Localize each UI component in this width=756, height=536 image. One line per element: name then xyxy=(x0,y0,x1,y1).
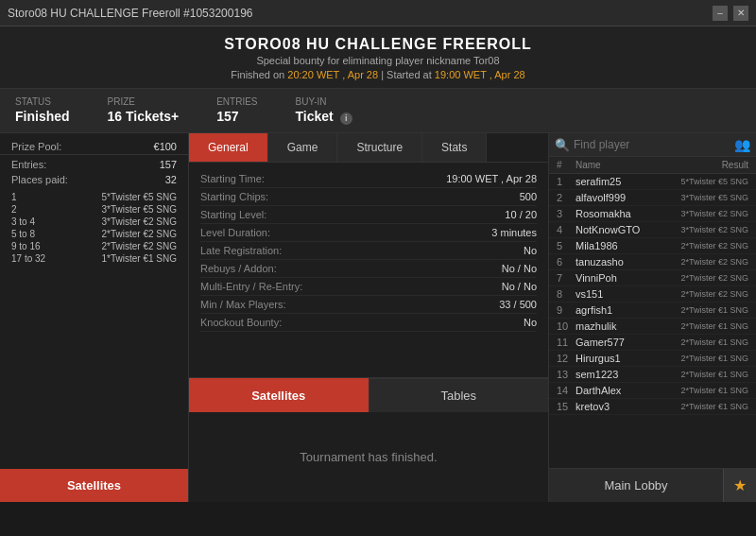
status-label: Status xyxy=(15,96,70,107)
prize-pool-label: Prize Pool: xyxy=(11,141,61,152)
entries-value: 157 xyxy=(216,109,257,124)
list-item[interactable]: 12Hirurgus12*Twister €1 SNG xyxy=(549,351,756,367)
satellites-button[interactable]: Satellites xyxy=(0,469,188,502)
list-item[interactable]: 8vs1512*Twister €2 SNG xyxy=(549,286,756,303)
tabs-row: GeneralGameStructureStats xyxy=(189,133,548,163)
tournament-subtitle: Special bounty for eliminating player ni… xyxy=(0,55,756,66)
started-time: 19:00 WET , Apr 28 xyxy=(435,69,525,80)
entries-label-left: Entries: xyxy=(11,159,46,170)
tab-stats[interactable]: Stats xyxy=(422,133,487,162)
list-item[interactable]: 9agrfish12*Twister €1 SNG xyxy=(549,303,756,319)
prize-value: 16 Tickets+ xyxy=(108,109,180,124)
table-row: Multi-Entry / Re-Entry:No / No xyxy=(200,278,537,296)
main-lobby-row: Main Lobby ★ xyxy=(549,468,756,502)
player-list: 1serafim255*Twister €5 SNG2alfavolf9993*… xyxy=(549,174,756,468)
buyin-label: Buy-in xyxy=(296,96,352,107)
left-panel: Prize Pool: €100 Entries: 157 Places pai… xyxy=(0,133,189,502)
prize-pool-value: €100 xyxy=(154,141,177,152)
minimize-button[interactable]: – xyxy=(713,6,728,21)
table-row: Min / Max Players:33 / 500 xyxy=(200,296,537,314)
started-label: Started at xyxy=(387,69,432,80)
list-item: 15*Twister €5 SNG xyxy=(11,191,177,203)
list-item: 9 to 162*Twister €2 SNG xyxy=(11,240,177,252)
list-item[interactable]: 10mazhulik2*Twister €1 SNG xyxy=(549,319,756,335)
buyin-item: Buy-in Ticket i xyxy=(296,96,352,125)
table-row: Knockout Bounty:No xyxy=(200,314,537,332)
main-lobby-button[interactable]: Main Lobby xyxy=(549,469,723,502)
window-controls: – ✕ xyxy=(713,6,748,21)
list-item: 17 to 321*Twister €1 SNG xyxy=(11,252,177,265)
places-list: 15*Twister €5 SNG23*Twister €5 SNG3 to 4… xyxy=(0,187,188,268)
prize-pool-row: Prize Pool: €100 xyxy=(0,139,188,155)
search-bar: 🔍 👥 xyxy=(549,133,756,157)
places-paid-label: Places paid: xyxy=(11,174,68,185)
player-list-header: # Name Result xyxy=(549,157,756,174)
col-result-header: Result xyxy=(722,160,748,170)
list-item[interactable]: 11Gamer5772*Twister €1 SNG xyxy=(549,335,756,351)
tables-button[interactable]: Tables xyxy=(369,378,549,412)
entries-item: Entries 157 xyxy=(216,96,257,125)
list-item[interactable]: 3Rosomakha3*Twister €2 SNG xyxy=(549,206,756,222)
tab-game[interactable]: Game xyxy=(268,133,338,162)
info-icon[interactable]: i xyxy=(340,112,352,125)
finished-label: Finished on xyxy=(231,69,284,80)
list-item[interactable]: 14DarthAlex2*Twister €1 SNG xyxy=(549,383,756,399)
list-item[interactable]: 2alfavolf9993*Twister €5 SNG xyxy=(549,190,756,206)
window-title: Storo08 HU CHALLENGE Freeroll #105320019… xyxy=(8,7,252,20)
entries-row: Entries: 157 xyxy=(0,157,188,172)
list-item: 5 to 82*Twister €2 SNG xyxy=(11,228,177,240)
tab-content: Starting Time:19:00 WET , Apr 28Starting… xyxy=(189,163,548,377)
table-row: Late Registration:No xyxy=(200,242,537,260)
list-item[interactable]: 4NotKnowGTO3*Twister €2 SNG xyxy=(549,222,756,238)
buyin-value: Ticket i xyxy=(296,109,352,125)
right-panel: 🔍 👥 # Name Result 1serafim255*Twister €5… xyxy=(548,133,756,502)
places-paid-value: 32 xyxy=(165,174,177,185)
bottom-buttons: Satellites Tables xyxy=(189,377,548,412)
list-item[interactable]: 13sem12232*Twister €1 SNG xyxy=(549,367,756,383)
info-bar: Status Finished Prize 16 Tickets+ Entrie… xyxy=(0,89,756,133)
table-row: Level Duration:3 minutes xyxy=(200,224,537,242)
status-item: Status Finished xyxy=(15,96,70,125)
table-row: Starting Time:19:00 WET , Apr 28 xyxy=(200,170,537,188)
tab-general[interactable]: General xyxy=(189,133,268,162)
tournament-title: STORO08 HU CHALLENGE FREEROLL xyxy=(0,36,756,53)
places-paid-row: Places paid: 32 xyxy=(0,172,188,187)
star-button[interactable]: ★ xyxy=(723,469,756,502)
add-player-icon[interactable]: 👥 xyxy=(734,137,750,152)
status-value: Finished xyxy=(15,109,70,124)
main-content: Prize Pool: €100 Entries: 157 Places pai… xyxy=(0,133,756,502)
list-item: 3 to 43*Twister €2 SNG xyxy=(11,216,177,228)
tournament-times: Finished on 20:20 WET , Apr 28 | Started… xyxy=(0,69,756,80)
list-item: 23*Twister €5 SNG xyxy=(11,203,177,216)
list-item[interactable]: 15kretov32*Twister €1 SNG xyxy=(549,399,756,415)
table-row: Starting Level:10 / 20 xyxy=(200,206,537,224)
list-item[interactable]: 7VinniPoh2*Twister €2 SNG xyxy=(549,270,756,286)
col-num-header: # xyxy=(557,160,576,170)
list-item[interactable]: 5Mila19862*Twister €2 SNG xyxy=(549,238,756,254)
list-item[interactable]: 1serafim255*Twister €5 SNG xyxy=(549,174,756,190)
entries-value-left: 157 xyxy=(160,159,177,170)
finished-message: Tournament has finished. xyxy=(189,412,548,502)
tournament-header: STORO08 HU CHALLENGE FREEROLL Special bo… xyxy=(0,26,756,89)
prize-label: Prize xyxy=(108,96,180,107)
prize-item: Prize 16 Tickets+ xyxy=(108,96,180,125)
search-icon: 🔍 xyxy=(555,138,570,152)
center-panel: GeneralGameStructureStats Starting Time:… xyxy=(189,133,548,502)
finished-time: 20:20 WET , Apr 28 xyxy=(287,69,378,80)
table-row: Starting Chips:500 xyxy=(200,188,537,206)
close-button[interactable]: ✕ xyxy=(733,6,748,21)
table-row: Rebuys / Addon:No / No xyxy=(200,260,537,278)
list-item[interactable]: 6tanuzasho2*Twister €2 SNG xyxy=(549,254,756,270)
satellites-bottom-button[interactable]: Satellites xyxy=(189,378,369,412)
prize-table: Prize Pool: €100 Entries: 157 Places pai… xyxy=(0,133,188,469)
title-bar: Storo08 HU CHALLENGE Freeroll #105320019… xyxy=(0,0,756,26)
tab-structure[interactable]: Structure xyxy=(337,133,422,162)
entries-label: Entries xyxy=(216,96,257,107)
search-input[interactable] xyxy=(574,138,730,151)
col-name-header: Name xyxy=(576,160,722,170)
